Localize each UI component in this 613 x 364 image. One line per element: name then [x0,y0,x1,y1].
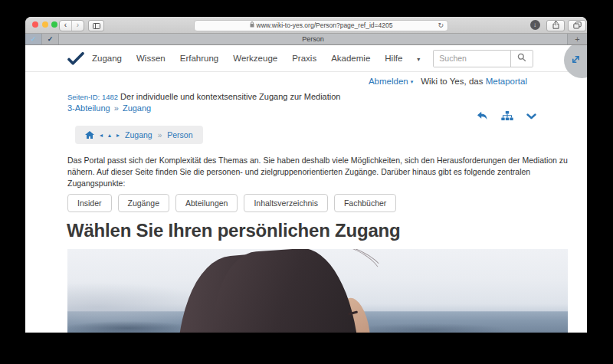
close-window-button[interactable] [32,21,38,28]
checkmark-favicon: ✓ [48,35,54,43]
site-navbar: ZugangWissenErfahrungWerkzeugePraxisAkad… [25,45,587,72]
browser-window: ‹ › www.wiki-to-yes.org/Person?page_ref_… [25,17,587,333]
fullscreen-toggle[interactable] [564,45,587,78]
breadcrumb: ◂ ▴ ▸ Zugang » Person [75,126,203,144]
url-text: www.wiki-to-yes.org/Person?page_ref_id=4… [257,21,393,29]
history-nav-group: ‹ › [59,20,84,31]
checkmark-favicon: ✓ [31,35,37,43]
search-button[interactable] [510,51,533,67]
lock-icon [250,21,254,29]
pinned-tab-2[interactable]: ✓ [42,34,59,44]
metaportal-link[interactable]: Metaportal [486,77,527,86]
nav-item[interactable]: Praxis [292,54,316,63]
department-target-link[interactable]: Zugang [123,103,151,113]
address-bar[interactable]: www.wiki-to-yes.org/Person?page_ref_id=4… [194,20,448,31]
traffic-lights [32,21,57,28]
crumb-up-icon[interactable]: ▴ [108,132,111,139]
logout-link[interactable]: Abmelden [369,77,408,86]
downloads-icon: ↓ [530,20,540,30]
breadcrumb-separator: » [158,131,162,139]
main-nav: ZugangWissenErfahrungWerkzeugePraxisAkad… [92,54,417,63]
breadcrumb-current-link[interactable]: Person [167,130,192,139]
nav-item[interactable]: Erfahrung [180,54,219,63]
minimize-window-button[interactable] [42,21,48,28]
share-icon [552,18,559,32]
zoom-window-button[interactable] [51,21,57,28]
screenshot-stage: ‹ › www.wiki-to-yes.org/Person?page_ref_… [0,0,613,364]
tab-person[interactable]: Person [59,34,567,44]
page-content: ZugangWissenErfahrungWerkzeugePraxisAkad… [25,45,587,333]
quick-link-button[interactable]: Fachbücher [334,194,396,212]
page-id-label: Seiten-ID: 1482 [67,93,118,101]
search-icon [517,53,526,64]
quick-links: InsiderZugängeAbteilungenInhaltsverzeich… [67,194,587,212]
crumb-back-icon[interactable]: ◂ [100,132,103,139]
department-separator: » [114,103,119,113]
nav-item[interactable]: Hilfe [385,54,402,63]
nav-item[interactable]: Akademie [331,54,370,63]
nav-more-caret-icon[interactable]: ▾ [417,56,420,63]
sidebar-icon [93,18,100,32]
quick-link-button[interactable]: Inhaltsverzeichnis [244,194,327,212]
quick-link-button[interactable]: Zugänge [118,194,169,212]
reply-icon[interactable] [477,111,488,121]
search-input[interactable] [434,51,510,67]
home-icon[interactable] [85,131,94,139]
back-button[interactable]: ‹ [60,21,71,31]
department-link[interactable]: 3-Abteilung [67,103,110,113]
nav-item[interactable]: Werkzeuge [233,54,277,63]
intro-paragraph: Das Portal passt sich der Komplexität de… [67,155,569,189]
browser-toolbar: ‹ › www.wiki-to-yes.org/Person?page_ref_… [25,17,587,34]
logout-caret-icon[interactable]: ▾ [411,79,414,84]
tabs-icon [573,18,582,32]
search-box [433,50,533,67]
chevron-down-icon[interactable] [526,113,536,120]
quick-link-button[interactable]: Abteilungen [175,194,238,212]
tab-bar: ✓ ✓ Person + [25,34,587,45]
hero-photo-woman-by-sea [67,249,568,333]
reload-icon[interactable]: ↻ [438,21,444,31]
breadcrumb-wrap: ◂ ▴ ▸ Zugang » Person [75,126,587,144]
page-title: Der individuelle und kontextsensitive Zu… [120,92,340,101]
pinned-tab-1[interactable]: ✓ [25,34,42,44]
share-button[interactable] [546,20,565,31]
tab-overview-button[interactable] [568,20,586,31]
nav-item[interactable]: Zugang [92,54,122,63]
sitemap-icon[interactable] [501,111,513,121]
forward-button[interactable]: › [71,21,84,31]
wiki-to-yes-logo-checkmark-icon[interactable] [67,52,84,65]
breadcrumb-parent-link[interactable]: Zugang [125,130,152,139]
crumb-forward-icon[interactable]: ▸ [116,132,120,139]
downloads-button[interactable]: ↓ [529,20,540,30]
site-tagline: Wiki to Yes, das [421,77,483,86]
account-row: Abmelden▾Wiki to Yes, das Metaportal [25,77,587,86]
new-tab-button[interactable]: + [567,34,587,44]
page-heading: Wählen Sie Ihren persönlichen Zugang [67,220,587,241]
expand-icon [571,54,581,67]
nav-item[interactable]: Wissen [136,54,166,63]
quick-link-button[interactable]: Insider [67,194,112,212]
tab-title: Person [302,35,324,43]
page-tools [477,111,536,121]
sidebar-button[interactable] [88,20,104,31]
